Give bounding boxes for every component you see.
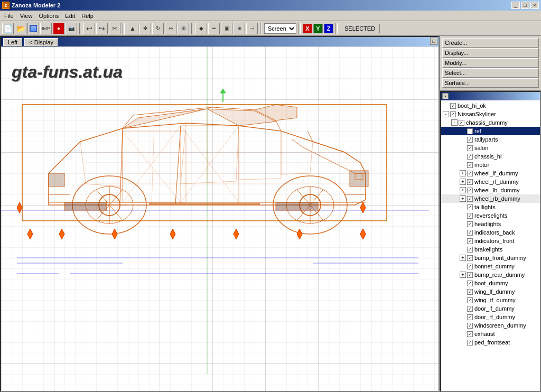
tree-checkbox[interactable]: [467, 128, 473, 134]
y-axis-button[interactable]: Y: [313, 24, 323, 33]
render-button[interactable]: ●: [53, 23, 64, 34]
tree-checkbox[interactable]: [467, 297, 473, 303]
tree-expand-button[interactable]: +: [460, 179, 466, 185]
tree-checkbox[interactable]: [467, 314, 473, 320]
tree-expand-button[interactable]: +: [460, 195, 466, 202]
tree-checkbox[interactable]: [467, 289, 473, 295]
tree-item[interactable]: taillights: [441, 203, 540, 211]
display-button[interactable]: Display...: [442, 48, 539, 58]
viewport-close-button[interactable]: □: [430, 38, 437, 45]
select-button[interactable]: Select...: [442, 68, 539, 78]
edge-tool[interactable]: ━: [208, 23, 220, 34]
tree-item[interactable]: windscreen_dummy: [441, 321, 540, 330]
tree-item[interactable]: indicators_back: [441, 228, 540, 237]
maximize-button[interactable]: □: [521, 2, 529, 9]
tree-checkbox[interactable]: [467, 213, 473, 219]
tree-expand-button[interactable]: +: [460, 255, 466, 261]
tree-item[interactable]: bonnet_dummy: [441, 262, 540, 270]
face-tool[interactable]: ▣: [221, 23, 232, 34]
tree-checkbox[interactable]: [467, 238, 473, 244]
selected-button[interactable]: SELECTED: [340, 24, 380, 33]
menu-file[interactable]: File: [1, 12, 17, 20]
tree-item[interactable]: +wheel_rf_dummy: [441, 178, 540, 186]
tree-checkbox[interactable]: [467, 272, 473, 278]
z-axis-button[interactable]: Z: [324, 24, 333, 33]
tree-item[interactable]: wing_lf_dummy: [441, 287, 540, 296]
extrude-tool[interactable]: ⊞: [178, 23, 189, 34]
tree-expand-button[interactable]: +: [460, 187, 466, 193]
tree-item[interactable]: door_rf_dummy: [441, 313, 540, 321]
tree-checkbox[interactable]: [459, 120, 464, 126]
tree-item[interactable]: chassis_hi: [441, 152, 540, 161]
tree-checkbox[interactable]: [467, 154, 473, 160]
tree-checkbox[interactable]: [467, 331, 473, 337]
tree-item[interactable]: indicators_front: [441, 237, 540, 245]
camera-button[interactable]: 📷: [66, 23, 77, 34]
tree-checkbox[interactable]: [467, 323, 473, 329]
tree-close-button[interactable]: ×: [442, 93, 449, 99]
tab-display[interactable]: < Display: [24, 38, 58, 46]
tree-checkbox[interactable]: [467, 264, 473, 269]
create-button[interactable]: Create...: [442, 38, 539, 48]
tree-checkbox[interactable]: [450, 111, 456, 117]
move-tool[interactable]: ✥: [139, 23, 151, 34]
minimize-button[interactable]: _: [511, 2, 520, 9]
x-axis-button[interactable]: X: [303, 24, 312, 33]
rotate-tool[interactable]: ↻: [152, 23, 164, 34]
vertex-tool[interactable]: ◆: [195, 23, 207, 34]
modify-button[interactable]: Modify...: [442, 58, 539, 68]
tree-checkbox[interactable]: [467, 162, 473, 168]
tree-item[interactable]: ref: [441, 127, 540, 135]
tree-checkbox[interactable]: [467, 171, 473, 176]
save-button[interactable]: [27, 23, 39, 34]
tree-checkbox[interactable]: [467, 281, 473, 286]
tree-item[interactable]: reverselights: [441, 211, 540, 220]
tree-expand-button[interactable]: -: [443, 111, 449, 117]
tree-checkbox[interactable]: [467, 179, 473, 185]
tree-item[interactable]: headlights: [441, 220, 540, 228]
menu-options[interactable]: Options: [35, 12, 62, 20]
tree-item[interactable]: +wheel_lb_dummy: [441, 186, 540, 194]
menu-view[interactable]: View: [17, 12, 36, 20]
new-button[interactable]: 📄: [2, 23, 14, 34]
viewport-canvas[interactable]: gta-funs.at.ua: [1, 46, 439, 391]
tree-checkbox[interactable]: [467, 196, 473, 202]
tree-item[interactable]: ped_frontseat: [441, 338, 540, 347]
undo-button[interactable]: ↩: [83, 23, 95, 34]
tree-checkbox[interactable]: [467, 188, 473, 193]
view-select[interactable]: Screen World Local: [264, 23, 296, 34]
menu-help[interactable]: Help: [78, 12, 97, 20]
tree-item[interactable]: boot_hi_ok: [441, 101, 540, 110]
scale-tool[interactable]: ⇔: [165, 23, 176, 34]
mirror-tool[interactable]: ⊣: [246, 23, 258, 34]
tree-checkbox[interactable]: [467, 204, 473, 210]
delete-button[interactable]: ✂: [109, 23, 120, 34]
tree-expand-button[interactable]: +: [460, 170, 466, 176]
window-controls[interactable]: _ □ ×: [511, 2, 539, 9]
weld-tool[interactable]: ⊕: [234, 23, 245, 34]
import-button[interactable]: IMP: [40, 23, 52, 34]
tree-checkbox[interactable]: [467, 145, 473, 151]
tree-item[interactable]: +wheel_lf_dummy: [441, 169, 540, 178]
tree-item[interactable]: +bump_front_dummy: [441, 254, 540, 262]
tree-item[interactable]: -NissanSkyliner: [441, 110, 540, 118]
tree-item[interactable]: wing_rf_dummy: [441, 296, 540, 304]
close-button[interactable]: ×: [530, 2, 539, 9]
select-tool[interactable]: ▲: [127, 23, 138, 34]
tree-checkbox[interactable]: [467, 221, 473, 227]
tree-item[interactable]: boot_dummy: [441, 279, 540, 287]
open-button[interactable]: 📂: [15, 23, 26, 34]
tree-expand-button[interactable]: +: [460, 272, 466, 278]
tree-item[interactable]: salon: [441, 144, 540, 152]
tab-left[interactable]: Left: [3, 38, 22, 46]
tree-item[interactable]: -chassis_dummy: [441, 118, 540, 127]
tree-checkbox[interactable]: [467, 247, 473, 253]
tree-expand-button[interactable]: -: [451, 119, 458, 126]
tree-item[interactable]: +bump_rear_dummy: [441, 270, 540, 279]
surface-button[interactable]: Surface...: [442, 78, 539, 88]
tree-item[interactable]: +wheel_rb_dummy: [441, 194, 540, 203]
tree-checkbox[interactable]: [450, 103, 456, 109]
tree-checkbox[interactable]: [467, 137, 473, 143]
tree-checkbox[interactable]: [467, 230, 473, 236]
tree-item[interactable]: brakelights: [441, 245, 540, 254]
